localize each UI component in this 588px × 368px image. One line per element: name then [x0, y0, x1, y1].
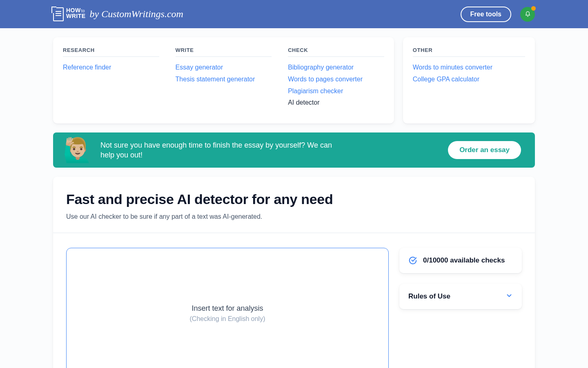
col-heading: RESEARCH: [63, 47, 159, 57]
col-write: WRITE Essay generator Thesis statement g…: [176, 47, 272, 110]
logo[interactable]: HOWto WRITE by CustomWritings.com: [53, 7, 183, 21]
check-circle-icon: [408, 256, 417, 265]
link-plagiarism-checker[interactable]: Plagiarism checker: [288, 86, 384, 96]
link-thesis-generator[interactable]: Thesis statement generator: [176, 74, 272, 85]
col-other: OTHER Words to minutes converter College…: [413, 47, 525, 85]
site-header: HOWto WRITE by CustomWritings.com Free t…: [0, 0, 588, 28]
divider: [53, 233, 535, 233]
page-subtitle: Use our AI checker to be sure if any par…: [66, 213, 522, 220]
logo-mark: HOWto WRITE: [53, 7, 86, 21]
input-placeholder-sub: (Checking in English only): [190, 315, 265, 323]
page-title: Fast and precise AI detector for any nee…: [66, 191, 522, 207]
tools-nav: RESEARCH Reference finder WRITE Essay ge…: [53, 37, 535, 123]
logo-brand: by CustomWritings.com: [90, 9, 183, 20]
chevron-down-icon: [506, 292, 513, 301]
free-tools-button[interactable]: Free tools: [461, 7, 511, 22]
promo-text: Not sure you have enough time to finish …: [100, 140, 337, 160]
link-words-to-minutes[interactable]: Words to minutes converter: [413, 63, 525, 73]
notifications-button[interactable]: [520, 7, 535, 22]
bell-icon: [525, 11, 531, 17]
text-input-area[interactable]: Insert text for analysis (Checking in En…: [66, 248, 389, 368]
col-heading: OTHER: [413, 47, 525, 57]
available-checks-box: 0/10000 available checks: [399, 248, 522, 273]
link-essay-generator[interactable]: Essay generator: [176, 63, 272, 73]
waving-emoji-icon: 🙋🏼‍♂️: [63, 138, 92, 162]
link-reference-finder[interactable]: Reference finder: [63, 63, 159, 73]
link-words-to-pages[interactable]: Words to pages converter: [288, 74, 384, 85]
available-checks-text: 0/10000 available checks: [423, 256, 505, 265]
col-check: CHECK Bibliography generator Words to pa…: [288, 47, 384, 110]
col-research: RESEARCH Reference finder: [63, 47, 159, 110]
link-bibliography-generator[interactable]: Bibliography generator: [288, 63, 384, 73]
input-placeholder-main: Insert text for analysis: [192, 304, 263, 313]
rules-label: Rules of Use: [408, 292, 450, 301]
col-heading: CHECK: [288, 47, 384, 57]
notification-dot-icon: [531, 6, 536, 11]
order-essay-button[interactable]: Order an essay: [448, 141, 521, 159]
col-heading: WRITE: [176, 47, 272, 57]
rules-of-use-toggle[interactable]: Rules of Use: [399, 284, 522, 309]
link-ai-detector[interactable]: AI detector: [288, 98, 384, 108]
tool-card: Fast and precise AI detector for any nee…: [53, 177, 535, 368]
link-gpa-calculator[interactable]: College GPA calculator: [413, 74, 525, 85]
promo-banner: 🙋🏼‍♂️ Not sure you have enough time to f…: [53, 132, 535, 168]
